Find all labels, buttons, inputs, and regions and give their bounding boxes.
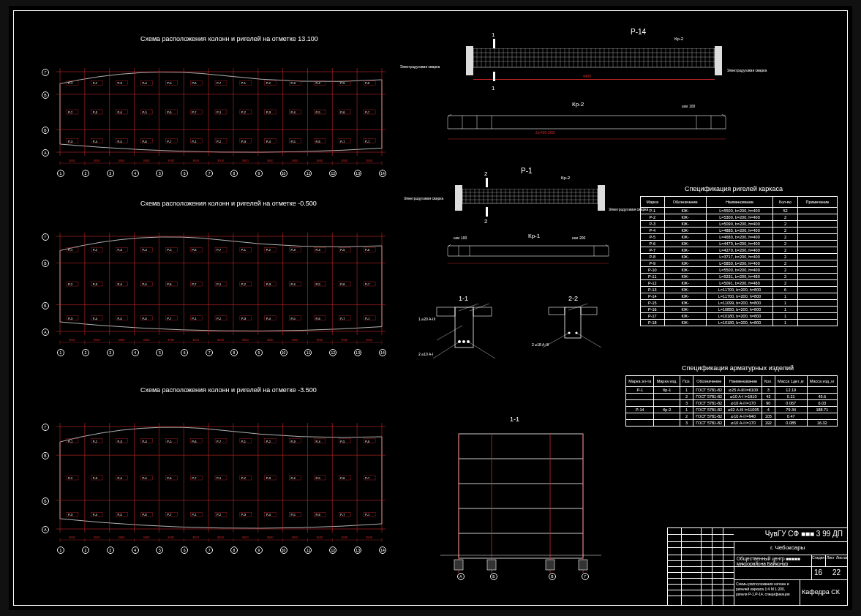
svg-text:Р-1: Р-1 — [68, 248, 73, 252]
svg-text:Р-4: Р-4 — [315, 81, 320, 85]
svg-text:Р-2: Р-2 — [217, 317, 222, 320]
svg-rect-477 — [565, 307, 581, 338]
svg-text:Р-7: Р-7 — [365, 282, 370, 286]
svg-text:Р-4: Р-4 — [315, 248, 320, 252]
svg-text:3900: 3900 — [69, 338, 76, 342]
svg-text:Р-2: Р-2 — [266, 81, 271, 85]
svg-text:Р-3: Р-3 — [68, 317, 73, 320]
svg-text:Р-3: Р-3 — [291, 248, 296, 252]
section-2-2: 2-2 2 ⌀18 А-III — [535, 295, 623, 368]
sheet-num: 16 — [814, 568, 822, 576]
svg-text:Р-4: Р-4 — [118, 110, 123, 114]
plan3-title: Схема расположения колонн и ригелей на о… — [140, 386, 317, 394]
svg-text:3900: 3900 — [341, 338, 348, 342]
svg-text:Р-5: Р-5 — [315, 282, 320, 286]
svg-text:3900: 3900 — [69, 159, 76, 162]
svg-text:Р-5: Р-5 — [167, 81, 172, 85]
svg-text:Р-1: Р-1 — [217, 476, 222, 480]
svg-text:Р-6: Р-6 — [167, 476, 172, 480]
svg-text:Р-3: Р-3 — [68, 513, 73, 517]
svg-text:3900: 3900 — [192, 159, 200, 162]
drawing-sheet: Схема расположения колонн и ригелей на о… — [0, 0, 861, 616]
spec-rebar-table: Марка эл-таМарка изд.Поз.ОбозначениеНаим… — [625, 375, 838, 427]
svg-text:Р-1: Р-1 — [192, 317, 197, 320]
svg-text:Р-5: Р-5 — [291, 317, 296, 320]
svg-text:3900: 3900 — [267, 536, 274, 539]
svg-text:Р-3: Р-3 — [291, 81, 296, 85]
svg-text:Р-4: Р-4 — [266, 513, 271, 517]
svg-text:Р-6: Р-6 — [167, 282, 172, 286]
svg-text:3900: 3900 — [366, 536, 373, 539]
svg-text:3900: 3900 — [69, 536, 76, 539]
svg-text:3900: 3900 — [94, 536, 101, 539]
svg-text:Р-2: Р-2 — [68, 476, 73, 480]
svg-text:Р-6: Р-6 — [142, 317, 147, 320]
svg-rect-479 — [581, 307, 597, 315]
svg-text:Р-2: Р-2 — [266, 248, 271, 252]
svg-text:Р-4: Р-4 — [142, 81, 147, 85]
svg-text:Р-3: Р-3 — [266, 110, 271, 114]
svg-text:Р-7: Р-7 — [365, 110, 370, 114]
svg-text:Р-1: Р-1 — [241, 81, 247, 85]
svg-text:Р-7: Р-7 — [192, 110, 197, 114]
svg-text:Р-1: Р-1 — [192, 513, 197, 517]
svg-text:Р-2: Р-2 — [217, 513, 222, 517]
svg-text:3900: 3900 — [316, 338, 323, 342]
svg-text:3900: 3900 — [143, 338, 150, 342]
sh100: шаг 100 — [682, 104, 695, 108]
svg-text:Р-6: Р-6 — [340, 476, 345, 480]
svg-text:Р-1: Р-1 — [365, 140, 370, 143]
svg-text:3900: 3900 — [341, 536, 348, 539]
beam-r14: Р-14 Электродуговая сварка Электродугова… — [440, 28, 718, 86]
svg-text:3900: 3900 — [94, 338, 101, 342]
svg-text:Р-5: Р-5 — [118, 513, 123, 517]
svg-text:Р-2: Р-2 — [93, 81, 98, 85]
svg-text:3900: 3900 — [242, 159, 249, 162]
city: г. Чебоксары — [770, 544, 805, 551]
plan-drawing-3: Р-1Р-2Р-3Р-2Р-3Р-4Р-3Р-4Р-5Р-4Р-5Р-6Р-5Р… — [38, 412, 404, 558]
svg-text:Р-4: Р-4 — [291, 110, 296, 114]
svg-text:Р-4: Р-4 — [142, 248, 147, 252]
svg-text:3900: 3900 — [143, 536, 150, 539]
svg-text:3900: 3900 — [168, 338, 175, 342]
svg-text:Р-5: Р-5 — [142, 110, 147, 114]
svg-text:Р-7: Р-7 — [167, 317, 172, 320]
svg-text:Р-3: Р-3 — [118, 248, 123, 252]
svg-text:3900: 3900 — [292, 536, 299, 539]
r1-grid — [462, 189, 598, 205]
svg-text:Р-6: Р-6 — [315, 140, 320, 143]
svg-text:3900: 3900 — [217, 159, 225, 162]
svg-rect-494 — [579, 560, 587, 570]
spec-beams-table: МаркаОбозначениеНаименованиеКол-воПримеч… — [640, 196, 838, 326]
svg-text:3900: 3900 — [217, 338, 225, 342]
plan2-title: Схема расположения колонн и ригелей на о… — [140, 200, 317, 207]
svg-text:Р-4: Р-4 — [266, 317, 271, 320]
spec-rebar-title: Спецификация арматурных изделий — [682, 364, 794, 372]
plan-drawing-2: Р-1Р-2Р-3Р-2Р-3Р-4Р-3Р-4Р-5Р-4Р-5Р-6Р-5Р… — [38, 222, 404, 361]
svg-text:Р-2: Р-2 — [68, 110, 73, 114]
svg-text:Р-5: Р-5 — [291, 140, 296, 143]
svg-text:Р-6: Р-6 — [365, 81, 370, 85]
svg-text:Р-4: Р-4 — [118, 282, 123, 286]
svg-text:3900: 3900 — [316, 536, 323, 539]
svg-text:Р-1: Р-1 — [192, 140, 197, 143]
svg-text:Р-5: Р-5 — [340, 81, 345, 85]
svg-text:Р-2: Р-2 — [217, 140, 222, 143]
svg-text:Р-5: Р-5 — [315, 110, 320, 114]
r14-label: Р-14 — [631, 28, 646, 36]
svg-text:Р-6: Р-6 — [340, 110, 345, 114]
svg-text:Р-4: Р-4 — [93, 513, 98, 517]
svg-text:3900: 3900 — [143, 159, 150, 162]
svg-text:3900: 3900 — [119, 338, 126, 342]
dim-4400: 4400 — [583, 74, 591, 78]
svg-text:Р-2: Р-2 — [68, 282, 73, 286]
svg-text:Р-6: Р-6 — [315, 317, 320, 320]
svg-text:Р-5: Р-5 — [340, 248, 345, 252]
svg-text:Р-5: Р-5 — [167, 440, 172, 443]
svg-text:Р-4: Р-4 — [93, 140, 98, 143]
svg-text:3900: 3900 — [366, 338, 373, 342]
svg-text:Р-6: Р-6 — [192, 81, 197, 85]
svg-text:Р-6: Р-6 — [192, 440, 197, 443]
kr2-svg — [440, 108, 733, 145]
svg-text:Р-6: Р-6 — [142, 513, 147, 517]
